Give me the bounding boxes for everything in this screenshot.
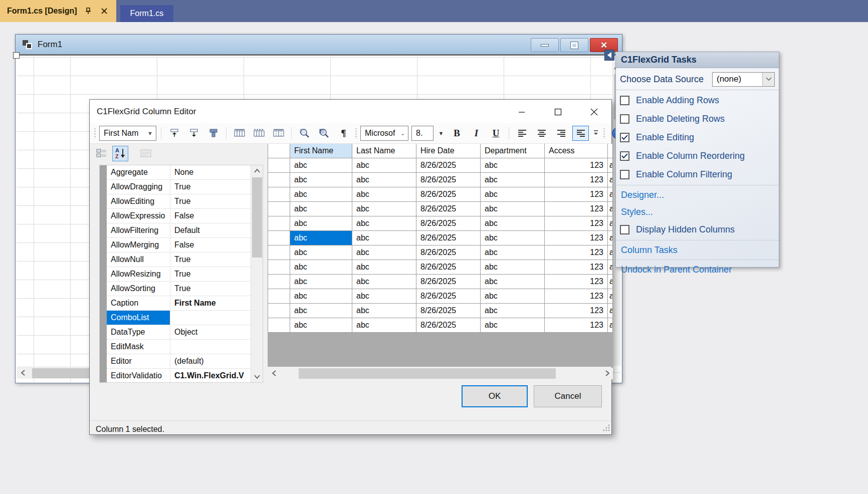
tab-form1-cs[interactable]: Form1.cs xyxy=(120,5,174,22)
preview-grid-cell[interactable]: abc xyxy=(290,158,352,173)
preview-grid-cell[interactable]: a xyxy=(608,318,613,333)
preview-grid-header-cell[interactable] xyxy=(268,144,290,158)
preview-grid-cell[interactable]: abc xyxy=(352,216,416,231)
preview-grid-cell[interactable]: abc xyxy=(352,158,416,173)
tasks-checkbox-display-hidden-columns[interactable]: Display Hidden Columns xyxy=(616,220,779,239)
preview-grid-cell[interactable]: 123 xyxy=(545,173,608,187)
preview-grid-cell[interactable]: 123 xyxy=(545,202,608,216)
preview-grid-cell[interactable]: abc xyxy=(481,187,545,202)
cancel-button[interactable]: Cancel xyxy=(534,385,602,407)
tasks-checkbox-enable-deleting-rows[interactable]: Enable Deleting Rows xyxy=(616,110,779,128)
preview-grid-header-cell[interactable]: First Name xyxy=(290,144,352,158)
property-row-allowmerging[interactable]: AllowMergingFalse xyxy=(107,238,251,253)
preview-grid-header-cell[interactable]: Access xyxy=(545,144,608,158)
preview-grid-cell[interactable]: abc xyxy=(290,231,352,245)
preview-grid-cell[interactable] xyxy=(268,231,290,245)
scroll-left-icon[interactable] xyxy=(269,368,280,379)
scrollbar-thumb[interactable] xyxy=(299,368,556,379)
underline-button[interactable]: U xyxy=(488,126,504,141)
property-row-caption[interactable]: CaptionFirst Name xyxy=(107,296,251,311)
preview-grid-cell[interactable]: a xyxy=(608,245,613,260)
property-row-aggregate[interactable]: AggregateNone xyxy=(107,165,251,180)
preview-grid-cell[interactable]: 8/26/2025 xyxy=(416,158,481,173)
preview-grid-cell[interactable]: abc xyxy=(481,231,545,245)
grid-layout-button-3[interactable] xyxy=(270,126,287,141)
preview-grid-cell[interactable]: 123 xyxy=(545,318,608,333)
property-row-editmask[interactable]: EditMask xyxy=(107,340,251,354)
preview-grid-cell[interactable]: abc xyxy=(481,275,545,289)
preview-grid-cell[interactable] xyxy=(268,216,290,231)
checkbox-unchecked-icon[interactable] xyxy=(620,114,629,124)
font-name-combobox[interactable]: Microsof ⌄ xyxy=(360,126,408,141)
bold-button[interactable]: B xyxy=(449,126,465,141)
checkbox-unchecked-icon[interactable] xyxy=(620,96,629,105)
preview-grid-cell[interactable]: abc xyxy=(290,245,352,260)
data-source-combobox[interactable]: (none) xyxy=(712,72,775,87)
preview-grid-cell[interactable]: abc xyxy=(481,216,545,231)
toolbar-grip[interactable] xyxy=(355,128,357,139)
tasks-link-designer[interactable]: Designer... xyxy=(616,186,779,203)
preview-grid-cell[interactable]: abc xyxy=(352,304,416,318)
tasks-checkbox-enable-column-reordering[interactable]: Enable Column Reordering xyxy=(616,147,779,165)
checkbox-checked-icon[interactable] xyxy=(620,151,629,161)
dialog-close-button[interactable] xyxy=(585,104,602,119)
preview-grid-cell[interactable]: a xyxy=(608,216,613,231)
preview-grid-cell[interactable]: abc xyxy=(290,275,352,289)
property-row-combolist[interactable]: ComboList xyxy=(107,311,251,325)
scroll-right-icon[interactable] xyxy=(602,368,613,379)
property-row-datatype[interactable]: DataTypeObject xyxy=(107,325,251,340)
preview-grid-header-cell[interactable] xyxy=(608,144,613,158)
toolbar-grip[interactable] xyxy=(94,128,96,139)
preview-grid-cell[interactable]: 8/26/2025 xyxy=(416,275,481,289)
preview-grid-cell[interactable]: abc xyxy=(352,245,416,260)
preview-grid-cell[interactable]: a xyxy=(608,231,613,245)
preview-grid-cell[interactable]: 8/26/2025 xyxy=(416,318,481,333)
font-size-combobox[interactable]: 8. xyxy=(411,126,433,141)
toolbar-overflow-button[interactable] xyxy=(592,126,600,141)
preview-grid-cell[interactable]: abc xyxy=(352,289,416,304)
preview-grid-cell[interactable] xyxy=(268,289,290,304)
maximize-button[interactable] xyxy=(560,38,588,52)
align-center-button[interactable] xyxy=(533,126,550,141)
checkbox-unchecked-icon[interactable] xyxy=(620,170,629,179)
preview-grid-cell[interactable]: a xyxy=(608,187,613,202)
preview-grid-cell[interactable]: abc xyxy=(290,173,352,187)
preview-grid-cell[interactable]: a xyxy=(608,304,613,318)
preview-grid-cell[interactable]: 8/26/2025 xyxy=(416,216,481,231)
categorized-view-button[interactable] xyxy=(94,146,110,161)
scroll-up-icon[interactable] xyxy=(251,165,263,176)
preview-grid-cell[interactable]: abc xyxy=(481,173,545,187)
property-row-editorvalidatio[interactable]: EditorValidatioC1.Win.FlexGrid.V xyxy=(107,369,251,382)
pin-icon[interactable] xyxy=(83,6,93,16)
preview-grid-cell[interactable]: abc xyxy=(352,187,416,202)
delete-column-button[interactable] xyxy=(205,126,222,141)
property-row-editor[interactable]: Editor(default) xyxy=(107,354,251,369)
tasks-link-column-tasks[interactable]: Column Tasks xyxy=(616,241,779,259)
property-row-allowdragging[interactable]: AllowDraggingTrue xyxy=(107,180,251,194)
preview-grid-cell[interactable]: abc xyxy=(290,318,352,333)
property-row-allownull[interactable]: AllowNullTrue xyxy=(107,253,251,267)
preview-grid-cell[interactable]: 123 xyxy=(545,158,608,173)
alphabetical-sort-button[interactable]: AZ xyxy=(112,146,128,161)
font-size-dropdown[interactable]: ▼ xyxy=(437,126,446,141)
preview-grid-cell[interactable] xyxy=(268,275,290,289)
preview-grid-cell[interactable]: abc xyxy=(352,260,416,275)
preview-grid-cell[interactable]: 123 xyxy=(545,304,608,318)
checkbox-unchecked-icon[interactable] xyxy=(620,225,629,234)
form1-titlebar[interactable]: Form1 ✕ xyxy=(16,35,622,56)
preview-grid-cell[interactable]: abc xyxy=(290,187,352,202)
grid-layout-button-2[interactable] xyxy=(251,126,267,141)
preview-grid-cell[interactable]: abc xyxy=(290,289,352,304)
preview-grid-cell[interactable] xyxy=(268,173,290,187)
tasks-checkbox-enable-column-filtering[interactable]: Enable Column Filtering xyxy=(616,165,779,184)
selection-handle[interactable] xyxy=(13,52,20,59)
grid-layout-button-1[interactable] xyxy=(231,126,248,141)
preview-grid-cell[interactable] xyxy=(268,304,290,318)
align-general-button[interactable] xyxy=(572,126,589,141)
tasks-link-undock-in-parent-container[interactable]: Undock in Parent Container xyxy=(616,261,779,278)
property-row-allowfiltering[interactable]: AllowFilteringDefault xyxy=(107,223,251,238)
preview-grid-header-cell[interactable]: Last Name xyxy=(352,144,416,158)
preview-grid-cell[interactable]: a xyxy=(608,158,613,173)
insert-column-right-button[interactable] xyxy=(185,126,202,141)
column-selector-combobox[interactable]: First Nam ▼ xyxy=(99,126,156,141)
